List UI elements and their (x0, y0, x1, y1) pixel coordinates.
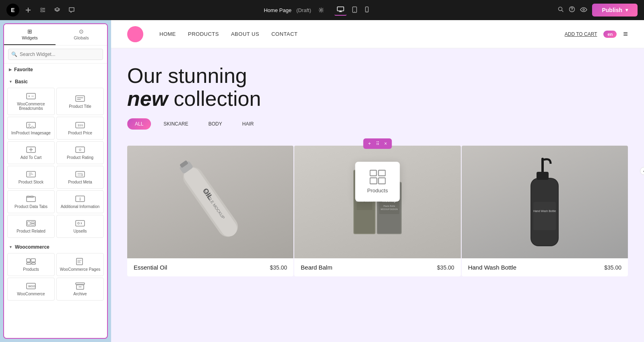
filter-skincare[interactable]: SKINCARE (156, 118, 196, 130)
product-meta-icon (75, 170, 85, 178)
section-favorite[interactable]: ▶ Favorite (4, 64, 107, 76)
svg-text:Hand Wash Bottle: Hand Wash Bottle (533, 210, 556, 212)
widget-woo-pages[interactable]: WooCommerce Pages (56, 253, 104, 276)
search-icon[interactable] (557, 6, 564, 14)
widget-product-title[interactable]: Product Title (56, 88, 104, 115)
widget-archive-label: Archive (73, 292, 87, 296)
tab-widgets[interactable]: ⊞ Widgets (4, 24, 56, 45)
lang-toggle[interactable]: en (603, 31, 617, 38)
draft-label: (Draft) (296, 7, 311, 13)
widgets-tab-icon: ⊞ (27, 28, 32, 35)
tab-globals[interactable]: ⊙ Globals (56, 24, 107, 45)
svg-rect-19 (76, 96, 85, 101)
hero-title-line1: Our stunning (127, 64, 247, 87)
product-card-2[interactable]: mockup Plastic Bottle MOCKUP DESIGN mock… (294, 146, 460, 276)
widget-product-related[interactable]: Product Related (7, 215, 55, 238)
woocommerce-label: Woocommerce (15, 244, 50, 250)
product-info-3: Hand Wash Bottle $35.00 (462, 258, 628, 276)
hero-title: Our stunning new collection (127, 64, 628, 110)
woo-pages-icon (75, 258, 85, 266)
add-to-cart-icon (26, 146, 36, 154)
site-nav: HOME PRODUCTS ABOUT US CONTACT ADD TO CA… (111, 20, 644, 48)
globals-tab-label: Globals (74, 35, 89, 40)
desktop-icon[interactable] (334, 5, 347, 16)
widget-product-image[interactable]: ImProduct Imagesage (7, 117, 55, 140)
woocommerce-widgets-grid: Products WooCommerce Pages WOO WooCommer… (4, 253, 107, 304)
nav-about[interactable]: ABOUT US (231, 31, 259, 37)
svg-text:MOCKUP DESIGN: MOCKUP DESIGN (381, 208, 398, 210)
top-bar-center: Home Page (Draft) (264, 5, 371, 16)
svg-rect-38 (76, 220, 85, 226)
sidebar-tabs: ⊞ Widgets ⊙ Globals (4, 24, 107, 45)
widget-woo-badge[interactable]: WOO WooCommerce (7, 278, 55, 301)
eye-icon[interactable] (580, 6, 587, 14)
nav-home[interactable]: HOME (159, 31, 176, 37)
add-icon[interactable] (23, 4, 34, 16)
widget-upsells[interactable]: Upsells (56, 215, 104, 238)
hand-wash-bottle-svg: Hand Wash Bottle (508, 154, 581, 250)
widget-product-stock[interactable]: Product Stock (7, 166, 55, 189)
publish-button[interactable]: Publish ▾ (592, 4, 638, 16)
woo-breadcrumbs-icon (26, 92, 36, 100)
widget-product-meta[interactable]: Product Meta (56, 166, 104, 189)
filter-hair[interactable]: HAIR (235, 118, 262, 130)
widget-woo-breadcrumbs[interactable]: WooCommerce Breadcrumbs (7, 88, 55, 115)
nav-products[interactable]: PRODUCTS (188, 31, 219, 37)
tablet-icon[interactable] (350, 5, 359, 16)
svg-point-33 (80, 198, 80, 198)
widgets-tab-label: Widgets (22, 35, 38, 40)
widget-product-rating[interactable]: Product Rating (56, 141, 104, 164)
toolbar-move[interactable]: ⠿ (374, 140, 381, 147)
nav-add-to-cart[interactable]: ADD TO CART (565, 31, 597, 37)
svg-rect-67 (370, 170, 376, 176)
product-info-1: Essential Oil $35.00 (127, 258, 293, 276)
product-card-3[interactable]: Hand Wash Bottle Hand Wash Bottle $35.00 (462, 146, 628, 276)
widget-products[interactable]: Products (7, 253, 55, 276)
upsells-icon (75, 219, 85, 227)
svg-rect-40 (27, 259, 30, 262)
toolbar-add[interactable]: + (366, 140, 372, 147)
filter-body[interactable]: BODY (201, 118, 230, 130)
products-section: + ⠿ × (111, 146, 644, 276)
basic-widgets-grid: WooCommerce Breadcrumbs Product Title (4, 88, 107, 241)
svg-rect-43 (32, 263, 35, 264)
elementor-logo[interactable]: E (6, 4, 19, 16)
widget-product-data-tabs[interactable]: Product Data Tabs (7, 190, 55, 213)
woocommerce-arrow: ▼ (9, 245, 12, 249)
widget-additional-info[interactable]: Additional Information (56, 190, 104, 213)
product-price-icon: $99 (75, 121, 85, 129)
layers-icon[interactable] (52, 4, 63, 16)
svg-rect-41 (31, 259, 35, 262)
svg-rect-1 (26, 10, 31, 10)
site-nav-links: HOME PRODUCTS ABOUT US CONTACT (159, 31, 565, 37)
widget-product-price[interactable]: $99 Product Price (56, 117, 104, 140)
search-input[interactable] (8, 49, 103, 60)
section-basic[interactable]: ▼ Basic (4, 76, 107, 88)
floating-tooltip: Products (355, 162, 400, 202)
mobile-icon[interactable] (363, 5, 371, 15)
archive-icon (75, 282, 85, 290)
toolbar-close[interactable]: × (383, 140, 389, 147)
sliders-icon[interactable] (37, 4, 48, 16)
hero-title-rest: collection (168, 87, 261, 110)
settings-icon[interactable] (316, 5, 326, 15)
basic-label: Basic (15, 79, 28, 84)
filter-body-label: BODY (208, 121, 222, 127)
section-woocommerce[interactable]: ▼ Woocommerce (4, 241, 107, 253)
filter-all[interactable]: ALL (127, 118, 151, 130)
nav-contact[interactable]: CONTACT (271, 31, 297, 37)
help-icon[interactable] (569, 6, 575, 14)
chat-icon[interactable] (66, 4, 77, 16)
widget-add-to-cart[interactable]: Add To Cart (7, 141, 55, 164)
svg-rect-18 (27, 93, 35, 99)
svg-rect-69 (370, 178, 377, 184)
svg-point-13 (367, 11, 367, 11)
sidebar: ⊞ Widgets ⊙ Globals 🔍 ▶ Favorite ▼ (3, 23, 108, 339)
product-price-2: $35.00 (437, 264, 454, 271)
basic-arrow: ▼ (9, 80, 12, 84)
product-card-1[interactable]: OIL BOTTLE MOCKUP Essential Oil $35.00 (127, 146, 293, 276)
widget-archive[interactable]: Archive (56, 278, 104, 301)
hamburger-menu[interactable]: ≡ (623, 29, 628, 39)
widget-woo-breadcrumbs-label: WooCommerce Breadcrumbs (10, 102, 52, 111)
search-icon: 🔍 (11, 52, 17, 57)
